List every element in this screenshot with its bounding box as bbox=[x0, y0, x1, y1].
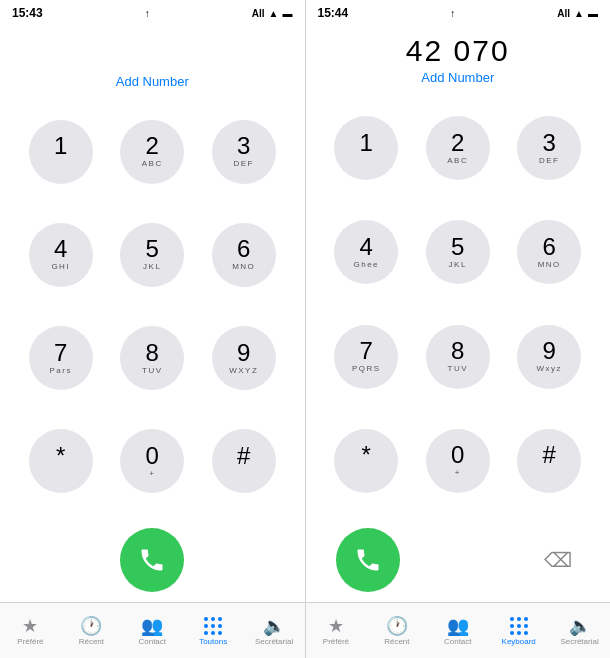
dial-key-5[interactable]: 5JKL bbox=[120, 223, 184, 287]
left-call-button[interactable] bbox=[120, 528, 184, 592]
tab-label: Préféré bbox=[17, 637, 43, 646]
right-tab-bar: ★Préféré🕐Récent👥ContactKeyboard🔈Secrétar… bbox=[306, 602, 611, 658]
left-status-bar: 15:43 ↑ All ▲ ▬ bbox=[0, 0, 305, 24]
tab-icon: ★ bbox=[328, 617, 344, 635]
tab-icon bbox=[510, 617, 528, 635]
left-dial-display: Add Number bbox=[0, 24, 305, 93]
dial-key-1[interactable]: 1 bbox=[29, 120, 93, 184]
left-call-row bbox=[0, 520, 305, 602]
right-dial-display: 42 070 Add Number bbox=[306, 24, 611, 89]
right-add-number[interactable]: Add Number bbox=[306, 70, 611, 85]
right-time: 15:44 bbox=[318, 6, 349, 20]
left-signal: All bbox=[252, 8, 265, 19]
tab-label: Secrétarial bbox=[255, 637, 293, 646]
tab-icon: 👥 bbox=[141, 617, 163, 635]
left-dialpad: 12ABC3DEF4GHI5JKL6MNO7Pars8TUV9WXYZ*0+# bbox=[0, 93, 305, 520]
dial-key-2[interactable]: 2ABC bbox=[426, 116, 490, 180]
right-time-arrow: ↑ bbox=[450, 8, 455, 19]
dial-key-8[interactable]: 8TUV bbox=[426, 325, 490, 389]
left-phone-icon bbox=[138, 546, 166, 574]
tab-item-préféré[interactable]: ★Préféré bbox=[0, 609, 61, 654]
dial-key-7[interactable]: 7PQRS bbox=[334, 325, 398, 389]
right-panel: 15:44 ↑ All ▲ ▬ 42 070 Add Number 12ABC3… bbox=[306, 0, 611, 658]
tab-label: Contact bbox=[138, 637, 166, 646]
left-dial-number bbox=[0, 34, 305, 72]
right-call-button[interactable] bbox=[336, 528, 400, 592]
dial-key-3[interactable]: 3DEF bbox=[212, 120, 276, 184]
tab-label: Keyboard bbox=[502, 637, 536, 646]
right-phone-icon bbox=[354, 546, 382, 574]
tab-label: Préféré bbox=[323, 637, 349, 646]
dial-key-3[interactable]: 3DEF bbox=[517, 116, 581, 180]
tab-icon: 🕐 bbox=[80, 617, 102, 635]
dial-key-6[interactable]: 6MNO bbox=[517, 220, 581, 284]
tab-icon: 🕐 bbox=[386, 617, 408, 635]
tab-item-secrétarial[interactable]: 🔈Secrétarial bbox=[244, 609, 305, 654]
left-panel: 15:43 ↑ All ▲ ▬ Add Number 12ABC3DEF4GHI… bbox=[0, 0, 305, 658]
tab-item-récent[interactable]: 🕐Récent bbox=[366, 609, 427, 654]
tab-item-contact[interactable]: 👥Contact bbox=[427, 609, 488, 654]
left-time-arrow: ↑ bbox=[145, 8, 150, 19]
dial-key-9[interactable]: 9Wxyz bbox=[517, 325, 581, 389]
dial-key-7[interactable]: 7Pars bbox=[29, 326, 93, 390]
right-status-icons: All ▲ ▬ bbox=[557, 8, 598, 19]
dial-key-*[interactable]: * bbox=[334, 429, 398, 493]
tab-icon bbox=[204, 617, 222, 635]
left-wifi-icon: ▲ bbox=[269, 8, 279, 19]
tab-label: Récent bbox=[384, 637, 409, 646]
right-dial-number: 42 070 bbox=[306, 34, 611, 68]
tab-icon: ★ bbox=[22, 617, 38, 635]
tab-item-récent[interactable]: 🕐Récent bbox=[61, 609, 122, 654]
right-dialpad: 12ABC3DEF4Ghee5JKL6MNO7PQRS8TUV9Wxyz*0+# bbox=[306, 89, 611, 520]
tab-label: Récent bbox=[79, 637, 104, 646]
left-status-icons: All ▲ ▬ bbox=[252, 8, 293, 19]
tab-item-préféré[interactable]: ★Préféré bbox=[306, 609, 367, 654]
right-call-row: ⌫ bbox=[306, 520, 611, 602]
left-time: 15:43 bbox=[12, 6, 43, 20]
dial-key-4[interactable]: 4Ghee bbox=[334, 220, 398, 284]
right-status-bar: 15:44 ↑ All ▲ ▬ bbox=[306, 0, 611, 24]
dial-key-0[interactable]: 0+ bbox=[426, 429, 490, 493]
dial-key-5[interactable]: 5JKL bbox=[426, 220, 490, 284]
tab-label: Contact bbox=[444, 637, 472, 646]
tab-label: Secrétarial bbox=[560, 637, 598, 646]
dial-key-9[interactable]: 9WXYZ bbox=[212, 326, 276, 390]
dial-key-*[interactable]: * bbox=[29, 429, 93, 493]
right-signal: All bbox=[557, 8, 570, 19]
tab-item-secrétarial[interactable]: 🔈Secrétarial bbox=[549, 609, 610, 654]
tab-item-keyboard[interactable]: Keyboard bbox=[488, 609, 549, 654]
left-add-number[interactable]: Add Number bbox=[0, 74, 305, 89]
tab-icon: 👥 bbox=[447, 617, 469, 635]
tab-item-toutons[interactable]: Toutons bbox=[183, 609, 244, 654]
right-battery-icon: ▬ bbox=[588, 8, 598, 19]
dial-key-8[interactable]: 8TUV bbox=[120, 326, 184, 390]
dial-key-0[interactable]: 0+ bbox=[120, 429, 184, 493]
right-delete-button[interactable]: ⌫ bbox=[536, 538, 580, 582]
dial-key-4[interactable]: 4GHI bbox=[29, 223, 93, 287]
dial-key-2[interactable]: 2ABC bbox=[120, 120, 184, 184]
tab-label: Toutons bbox=[199, 637, 227, 646]
dial-key-#[interactable]: # bbox=[517, 429, 581, 493]
dial-key-1[interactable]: 1 bbox=[334, 116, 398, 180]
tab-icon: 🔈 bbox=[263, 617, 285, 635]
left-tab-bar: ★Préféré🕐Récent👥ContactToutons🔈Secrétari… bbox=[0, 602, 305, 658]
tab-icon: 🔈 bbox=[569, 617, 591, 635]
dial-key-#[interactable]: # bbox=[212, 429, 276, 493]
left-battery-icon: ▬ bbox=[282, 8, 292, 19]
tab-item-contact[interactable]: 👥Contact bbox=[122, 609, 183, 654]
right-wifi-icon: ▲ bbox=[574, 8, 584, 19]
dial-key-6[interactable]: 6MNO bbox=[212, 223, 276, 287]
